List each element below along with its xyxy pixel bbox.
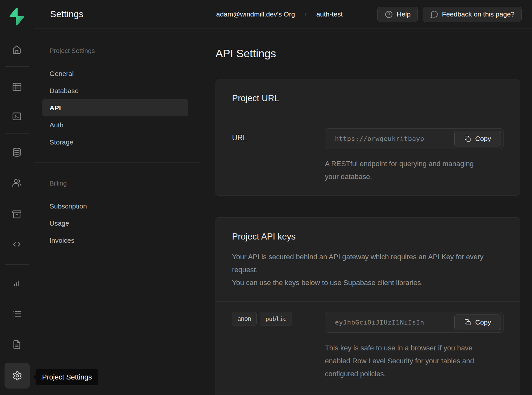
sql-editor-icon[interactable] [0,111,34,122]
project-api-keys-card: Project API keys Your API is secured beh… [216,217,520,395]
nav-divider [34,162,201,163]
copy-icon [464,135,471,143]
main-area: adam@windmill.dev's Org / auth-test Help [201,0,532,395]
api-keys-description-2: You can use the keys below to use Supaba… [232,276,494,289]
public-badge: public [260,312,292,326]
project-url-card-header: Project URL [216,80,520,117]
auth-users-icon[interactable] [0,177,34,188]
sidebar-item-project-settings[interactable] [5,363,30,389]
app-root: Project Settings Settings Project Settin… [0,0,532,395]
nav-section-billing: Billing [42,179,188,187]
docs-file-icon[interactable] [0,339,34,350]
nav-item-subscription[interactable]: Subscription [42,198,188,215]
nav-section-project-settings: Project Settings [42,47,188,55]
api-keys-description-1: Your API is secured behind an API gatewa… [232,251,494,276]
topbar: adam@windmill.dev's Org / auth-test Help [201,0,532,29]
rail-divider [5,133,29,134]
api-keys-card-title: Project API keys [232,232,504,241]
rail-divider [5,264,29,265]
copy-anon-key-label: Copy [475,318,491,326]
api-settings-content: API Settings Project URL URL https://orw… [201,29,532,395]
logs-list-icon[interactable] [0,308,34,319]
project-url-card: Project URL URL https://orwqeukritbayp [216,80,520,196]
project-url-value: https://orwqeukritbayp [335,135,424,143]
breadcrumb-org[interactable]: adam@windmill.dev's Org [216,10,295,18]
api-settings-title: API Settings [216,47,532,60]
anon-key-value: eyJhbGciOiJIUzI1NiIsIn [335,318,424,326]
home-icon[interactable] [0,44,34,55]
message-bubble-icon [430,10,438,19]
project-url-card-title: Project URL [232,93,504,103]
project-url-description: A RESTful endpoint for querying and mana… [325,157,474,183]
anon-key-input[interactable]: eyJhbGciOiJIUzI1NiIsIn Copy [325,312,504,333]
nav-item-usage[interactable]: Usage [42,215,188,232]
nav-item-invoices[interactable]: Invoices [42,232,188,249]
help-button[interactable]: Help [377,7,418,22]
icon-rail [0,0,34,395]
feedback-button-label: Feedback on this page? [442,10,515,18]
copy-url-label: Copy [475,135,491,143]
database-icon[interactable] [0,147,34,158]
storage-archive-icon[interactable] [0,209,34,220]
nav-item-auth[interactable]: Auth [42,116,188,133]
supabase-logo[interactable] [0,6,34,27]
copy-anon-key-button[interactable]: Copy [454,315,501,330]
nav-item-api[interactable]: API [42,99,188,116]
nav-item-general[interactable]: General [42,65,188,82]
settings-nav-header: Settings [34,0,201,29]
table-editor-icon[interactable] [0,81,34,92]
anon-key-row: anon public eyJhbGciOiJIUzI1NiIsIn [232,312,504,380]
copy-icon [464,319,471,326]
url-field-label: URL [232,128,325,142]
copy-url-button[interactable]: Copy [454,131,501,146]
breadcrumb: adam@windmill.dev's Org / auth-test [216,10,343,18]
edge-functions-code-icon[interactable] [0,239,34,250]
help-button-label: Help [397,10,411,18]
project-settings-tooltip: Project Settings [36,369,98,385]
page-title: Settings [50,9,83,19]
supabase-bolt-icon [7,7,26,26]
settings-gear-icon [12,371,22,381]
breadcrumb-separator: / [305,10,307,18]
nav-item-storage[interactable]: Storage [42,133,188,151]
help-circle-icon [384,10,393,19]
rail-divider [5,66,29,67]
reports-chart-icon[interactable] [0,278,34,289]
settings-nav: Settings Project Settings General Databa… [34,0,201,395]
next-key-row-stub [232,392,504,395]
api-keys-card-header: Project API keys Your API is secured beh… [216,218,520,302]
url-field-row: URL https://orwqeukritbayp [232,128,504,183]
anon-key-description: This key is safe to use in a browser if … [325,342,495,380]
feedback-button[interactable]: Feedback on this page? [423,7,522,22]
breadcrumb-project[interactable]: auth-test [316,10,343,18]
project-url-input[interactable]: https://orwqeukritbayp Copy [325,128,504,149]
nav-item-database[interactable]: Database [42,82,188,99]
anon-badge: anon [232,312,257,326]
